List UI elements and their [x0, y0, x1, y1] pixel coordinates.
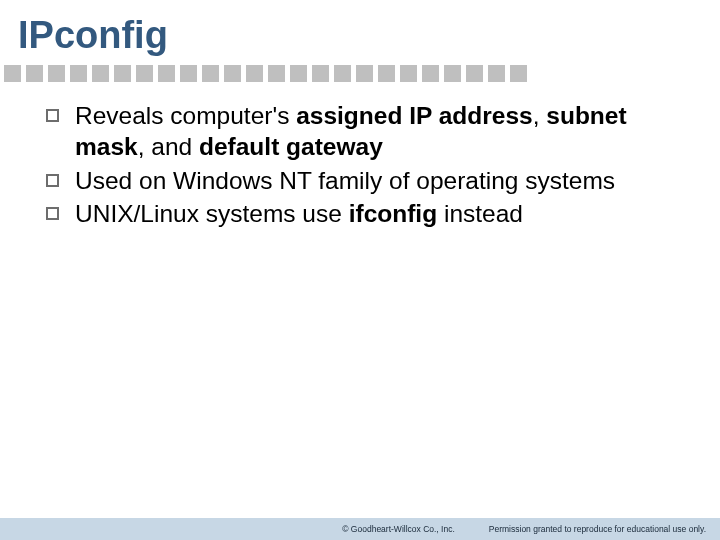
footer-bar: © Goodheart-Willcox Co., Inc. Permission…: [0, 518, 720, 540]
divider-square: [180, 65, 197, 82]
divider-squares: [0, 65, 720, 82]
slide-container: IPconfig Reveals computer's assigned IP …: [0, 0, 720, 540]
divider-square: [4, 65, 21, 82]
divider-square: [422, 65, 439, 82]
divider-square: [158, 65, 175, 82]
divider-square: [312, 65, 329, 82]
divider-square: [400, 65, 417, 82]
divider-square: [488, 65, 505, 82]
divider-square: [48, 65, 65, 82]
list-item: Reveals computer's assigned IP address, …: [46, 100, 696, 163]
divider-square: [70, 65, 87, 82]
divider-square: [466, 65, 483, 82]
footer-copyright: © Goodheart-Willcox Co., Inc.: [342, 524, 455, 534]
divider-square: [246, 65, 263, 82]
divider-square: [378, 65, 395, 82]
bullet-text: Reveals computer's assigned IP address, …: [75, 100, 696, 163]
divider-square: [510, 65, 527, 82]
bullet-square-icon: [46, 109, 59, 122]
bullet-text: UNIX/Linux systems use ifconfig instead: [75, 198, 523, 229]
divider-square: [202, 65, 219, 82]
page-title: IPconfig: [0, 0, 720, 61]
divider-square: [290, 65, 307, 82]
divider-square: [356, 65, 373, 82]
bullet-text: Used on Windows NT family of operating s…: [75, 165, 615, 196]
bullet-square-icon: [46, 174, 59, 187]
divider-square: [26, 65, 43, 82]
bullet-list: Reveals computer's assigned IP address, …: [0, 100, 720, 231]
divider-square: [444, 65, 461, 82]
divider-square: [268, 65, 285, 82]
divider-square: [224, 65, 241, 82]
divider-square: [136, 65, 153, 82]
divider-square: [92, 65, 109, 82]
list-item: UNIX/Linux systems use ifconfig instead: [46, 198, 696, 229]
footer-permission: Permission granted to reproduce for educ…: [489, 524, 706, 534]
divider-square: [334, 65, 351, 82]
list-item: Used on Windows NT family of operating s…: [46, 165, 696, 196]
bullet-square-icon: [46, 207, 59, 220]
divider-square: [114, 65, 131, 82]
